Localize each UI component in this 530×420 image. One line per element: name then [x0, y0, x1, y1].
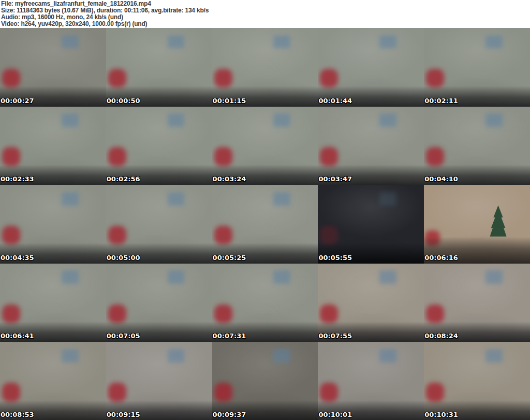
video-thumbnail: 00:03:24 — [212, 107, 318, 185]
red-pillow-decoration — [2, 147, 20, 166]
video-thumbnail: 00:06:16 — [424, 185, 530, 264]
wall-art-decoration — [379, 192, 396, 206]
video-thumbnail: 00:10:31 — [424, 342, 530, 420]
contact-sheet: File: myfreecams_lizafranfurt_female_181… — [0, 0, 530, 420]
red-pillow-decoration — [320, 147, 338, 166]
red-pillow-decoration — [108, 305, 126, 323]
red-pillow-decoration — [2, 383, 20, 401]
timestamp-overlay: 00:08:53 — [1, 411, 34, 418]
video-thumbnail: 00:07:31 — [212, 264, 318, 342]
video-thumbnail: 00:00:27 — [0, 28, 106, 107]
red-pillow-decoration — [2, 226, 20, 244]
video-thumbnail: 00:05:55 — [318, 185, 424, 264]
wall-art-decoration — [168, 113, 185, 127]
video-thumbnail: 00:08:24 — [424, 264, 530, 342]
video-thumbnail: 00:09:15 — [106, 342, 212, 420]
wall-art-decoration — [168, 270, 185, 284]
timestamp-overlay: 00:00:27 — [1, 97, 34, 104]
video-thumbnail: 00:00:50 — [106, 28, 212, 107]
wall-art-decoration — [379, 270, 396, 284]
wall-art-decoration — [485, 270, 503, 284]
video-thumbnail: 00:02:11 — [424, 28, 530, 107]
christmas-tree-decoration — [490, 206, 507, 237]
wall-art-decoration — [168, 35, 185, 49]
video-thumbnail: 00:09:37 — [212, 342, 318, 420]
wall-art-decoration — [273, 192, 290, 206]
timestamp-overlay: 00:06:41 — [1, 332, 34, 339]
video-info-line: Video: h264, yuv420p, 320x240, 1000.00 f… — [1, 21, 530, 27]
timestamp-overlay: 00:07:31 — [213, 332, 246, 339]
wall-art-decoration — [62, 113, 79, 127]
timestamp-overlay: 00:05:00 — [107, 254, 140, 261]
wall-art-decoration — [273, 349, 290, 363]
timestamp-overlay: 00:05:55 — [318, 254, 352, 261]
timestamp-overlay: 00:07:05 — [107, 332, 140, 339]
timestamp-overlay: 00:02:33 — [1, 176, 34, 182]
red-pillow-decoration — [108, 69, 126, 88]
wall-art-decoration — [379, 349, 396, 363]
red-pillow-decoration — [2, 69, 20, 88]
red-pillow-decoration — [320, 305, 338, 323]
video-thumbnail: 00:05:00 — [106, 185, 212, 264]
video-thumbnail: 00:02:56 — [106, 107, 212, 185]
timestamp-overlay: 00:04:10 — [424, 176, 458, 182]
video-thumbnail: 00:01:15 — [212, 28, 318, 107]
timestamp-overlay: 00:09:37 — [213, 411, 246, 418]
red-pillow-decoration — [214, 69, 232, 88]
timestamp-overlay: 00:06:16 — [424, 254, 458, 261]
wall-art-decoration — [62, 349, 79, 363]
wall-art-decoration — [62, 270, 79, 284]
timestamp-overlay: 00:10:31 — [424, 411, 458, 418]
video-thumbnail: 00:05:25 — [212, 185, 318, 264]
red-pillow-decoration — [320, 226, 338, 244]
red-pillow-decoration — [2, 305, 20, 323]
timestamp-overlay: 00:08:24 — [424, 332, 458, 339]
wall-art-decoration — [168, 192, 185, 206]
red-pillow-decoration — [214, 383, 232, 401]
red-pillow-decoration — [214, 305, 232, 323]
timestamp-overlay: 00:02:56 — [107, 176, 140, 182]
thumbnail-grid: 00:00:27 00:00:50 00:01:15 00:01:44 00:0… — [0, 28, 530, 420]
red-pillow-decoration — [426, 69, 444, 88]
wall-art-decoration — [485, 349, 503, 363]
wall-art-decoration — [168, 349, 185, 363]
video-thumbnail: 00:06:41 — [0, 264, 106, 342]
video-thumbnail: 00:02:33 — [0, 107, 106, 185]
timestamp-overlay: 00:01:44 — [318, 97, 352, 104]
wall-art-decoration — [62, 192, 79, 206]
wall-art-decoration — [379, 113, 396, 127]
media-info-header: File: myfreecams_lizafranfurt_female_181… — [0, 0, 530, 28]
timestamp-overlay: 00:00:50 — [107, 97, 140, 104]
red-pillow-decoration — [320, 69, 338, 88]
video-thumbnail: 00:04:10 — [424, 107, 530, 185]
red-pillow-decoration — [108, 147, 126, 166]
timestamp-overlay: 00:02:11 — [424, 97, 458, 104]
red-pillow-decoration — [214, 226, 232, 244]
wall-art-decoration — [273, 35, 290, 49]
timestamp-overlay: 00:04:35 — [1, 254, 34, 261]
red-pillow-decoration — [108, 226, 126, 244]
video-thumbnail: 00:10:01 — [318, 342, 424, 420]
timestamp-overlay: 00:10:01 — [318, 411, 352, 418]
red-pillow-decoration — [426, 305, 444, 323]
red-pillow-decoration — [426, 147, 444, 166]
video-thumbnail: 00:01:44 — [318, 28, 424, 107]
red-pillow-decoration — [214, 147, 232, 166]
video-thumbnail: 00:07:55 — [318, 264, 424, 342]
video-thumbnail: 00:04:35 — [0, 185, 106, 264]
timestamp-overlay: 00:03:47 — [318, 176, 352, 182]
wall-art-decoration — [273, 113, 290, 127]
red-pillow-decoration — [426, 383, 444, 401]
timestamp-overlay: 00:03:24 — [213, 176, 246, 182]
wall-art-decoration — [485, 35, 503, 49]
red-pillow-decoration — [320, 383, 338, 401]
video-thumbnail: 00:03:47 — [318, 107, 424, 185]
wall-art-decoration — [485, 113, 503, 127]
video-thumbnail: 00:08:53 — [0, 342, 106, 420]
timestamp-overlay: 00:09:15 — [107, 411, 140, 418]
timestamp-overlay: 00:01:15 — [213, 97, 246, 104]
wall-art-decoration — [379, 35, 396, 49]
wall-art-decoration — [273, 270, 290, 284]
video-thumbnail: 00:07:05 — [106, 264, 212, 342]
red-pillow-decoration — [108, 383, 126, 401]
